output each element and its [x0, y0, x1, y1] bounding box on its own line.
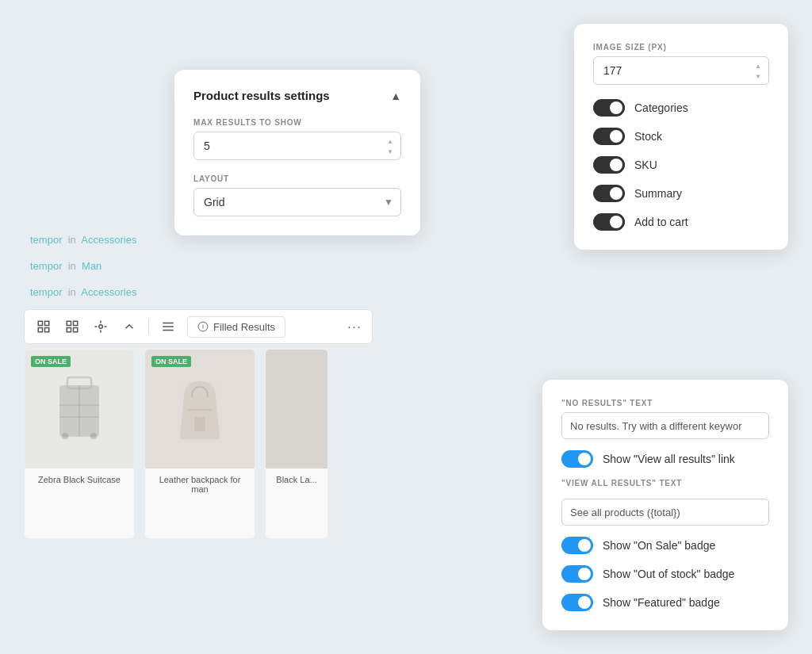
toggle-label-onsale: Show "On Sale" badge — [603, 539, 715, 552]
product-name-3: Black La... — [266, 469, 327, 491]
toggle-label-outofstock: Show "Out of stock" badge — [603, 568, 734, 580]
toggle-viewall-link[interactable] — [561, 450, 593, 468]
product-card-1: On Sale Zebra Black Suitcase — [24, 349, 135, 539]
toggle-addtocart[interactable] — [593, 213, 625, 231]
toggle-row-featured: Show "Featured" badge — [561, 594, 769, 611]
product-img-1: On Sale — [25, 350, 134, 469]
spinner-down[interactable]: ▼ — [384, 147, 396, 156]
toggle-thumb-viewall — [578, 453, 591, 465]
image-spinner-down[interactable]: ▼ — [752, 71, 764, 81]
layout-select[interactable]: Grid List Masonry — [193, 188, 401, 216]
product-name-2: Leather backpack for man — [145, 469, 255, 500]
spinner-up[interactable]: ▲ — [384, 136, 396, 146]
svg-rect-6 — [67, 328, 71, 332]
toggle-row-stock: Stock — [593, 128, 769, 145]
toggle-label-sku: SKU — [634, 159, 657, 171]
image-size-input[interactable] — [593, 56, 769, 85]
search-results-list: tempor in Accessories tempor in Man temp… — [30, 234, 136, 298]
panel-product-settings: Product results settings ▲ MAX RESULTS T… — [174, 70, 420, 235]
view-all-input[interactable] — [561, 499, 769, 526]
toolbar-icon-5[interactable] — [155, 314, 181, 339]
toggle-thumb-summary — [610, 187, 622, 200]
collapse-icon[interactable]: ▲ — [390, 90, 401, 102]
search-item-3-text: tempor — [30, 286, 62, 298]
product-card-2: On Sale Leather backpack for man — [144, 349, 255, 539]
toggle-label-summary: Summary — [634, 187, 682, 200]
svg-rect-23 — [62, 433, 68, 439]
spinner-buttons: ▲ ▼ — [384, 136, 396, 156]
toggle-row-onsale: Show "On Sale" badge — [561, 537, 769, 554]
no-results-label: "NO RESULTS" TEXT — [561, 399, 769, 407]
toggle-row-viewall-link: Show "View all results" link — [561, 450, 769, 468]
toggle-label-featured: Show "Featured" badge — [603, 596, 720, 609]
toggle-summary[interactable] — [593, 185, 625, 202]
product-card-3: Black La... — [265, 349, 328, 539]
svg-rect-3 — [45, 328, 49, 332]
svg-rect-2 — [38, 328, 42, 332]
toggle-row-summary: Summary — [593, 185, 769, 202]
more-options-button[interactable]: ··· — [343, 316, 366, 338]
toggle-thumb-onsale — [578, 539, 591, 552]
svg-rect-4 — [67, 321, 71, 325]
no-results-input[interactable] — [561, 412, 769, 439]
svg-rect-24 — [90, 433, 97, 439]
image-size-label: IMAGE SIZE (PX) — [593, 43, 769, 52]
filled-results-button[interactable]: Filled Results — [187, 316, 285, 338]
search-item-2-category: Man — [82, 260, 102, 272]
toolbar-icon-1[interactable] — [31, 314, 56, 339]
svg-rect-5 — [74, 321, 78, 325]
svg-rect-25 — [188, 409, 212, 411]
svg-rect-26 — [194, 417, 205, 431]
max-results-input[interactable] — [193, 132, 401, 160]
toggle-thumb-addtocart — [610, 216, 622, 228]
toggle-thumb-stock — [610, 130, 622, 143]
toggle-row-sku: SKU — [593, 156, 769, 174]
layout-select-wrap: Grid List Masonry ▼ — [193, 188, 401, 216]
product-badge-1: On Sale — [31, 356, 71, 367]
image-size-field: ▲ ▼ — [593, 56, 769, 85]
search-item-3-category: Accessories — [81, 286, 136, 298]
search-item-1-category: Accessories — [81, 234, 136, 246]
search-item-2: tempor in Man — [30, 260, 136, 272]
toggle-thumb-outofstock — [578, 568, 591, 580]
toggle-sku[interactable] — [593, 156, 625, 174]
layout-label: LAYOUT — [193, 174, 401, 183]
svg-rect-7 — [74, 328, 78, 332]
search-item-2-text: tempor — [30, 260, 62, 272]
toolbar-separator — [148, 319, 149, 335]
toggle-row-categories: Categories — [593, 99, 769, 117]
product-badge-2: On Sale — [151, 356, 191, 367]
panel-title: Product results settings — [193, 89, 330, 102]
toggle-thumb-featured — [578, 596, 591, 609]
toggle-label-stock: Stock — [634, 130, 662, 143]
toggle-row-addtocart: Add to cart — [593, 213, 769, 231]
toggle-label-viewall-link: Show "View all results" link — [603, 453, 735, 465]
filled-results-label: Filled Results — [213, 321, 275, 333]
toolbar-icon-3[interactable] — [88, 314, 113, 339]
toggle-outofstock[interactable] — [561, 565, 593, 583]
toggle-featured[interactable] — [561, 594, 593, 611]
search-item-2-in: in — [68, 260, 76, 272]
svg-rect-1 — [45, 321, 49, 325]
view-all-text-label: "VIEW ALL RESULTS" TEXT — [561, 479, 769, 488]
toolbar-icon-4[interactable] — [117, 314, 142, 339]
max-results-label: MAX RESULTS TO SHOW — [193, 118, 401, 127]
svg-rect-0 — [38, 321, 42, 325]
panel-header: Product results settings ▲ — [193, 89, 401, 102]
product-name-1: Zebra Black Suitcase — [25, 469, 134, 491]
products-grid: On Sale Zebra Black Suitcase On Sale — [24, 349, 381, 539]
svg-point-8 — [99, 325, 103, 329]
toggle-label-addtocart: Add to cart — [634, 216, 688, 228]
toggle-row-outofstock: Show "Out of stock" badge — [561, 565, 769, 583]
toggle-onsale[interactable] — [561, 537, 593, 554]
toolbar-icon-2[interactable] — [59, 314, 85, 339]
image-spinner-up[interactable]: ▲ — [752, 61, 764, 71]
search-item-1: tempor in Accessories — [30, 234, 136, 246]
max-results-field: ▲ ▼ — [193, 132, 401, 160]
toggle-thumb-sku — [610, 159, 622, 171]
product-img-2: On Sale — [145, 350, 255, 469]
toggle-stock[interactable] — [593, 128, 625, 145]
toggle-categories[interactable] — [593, 99, 625, 117]
product-img-3 — [266, 350, 327, 469]
panel-image-settings: IMAGE SIZE (PX) ▲ ▼ Categories Stock SKU — [574, 24, 788, 250]
